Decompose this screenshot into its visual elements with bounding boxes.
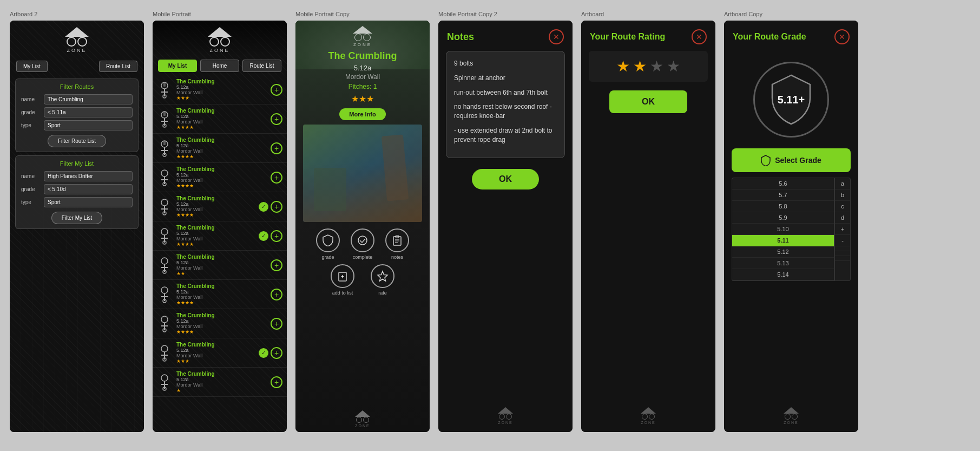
modifier-minus[interactable]: -	[835, 235, 850, 246]
route-info: The Crumbling 5.12a Mordor Wall ★★★★	[176, 225, 254, 247]
mp-zone-circles	[209, 37, 230, 47]
filter-mylist-type-row: type	[21, 197, 133, 207]
mobile-portrait-copy-label: Mobile Portrait Copy	[295, 11, 350, 17]
filter-routes-grade-row: grade	[21, 107, 133, 117]
modifier-d[interactable]: d	[835, 212, 850, 224]
mp-mylist-button[interactable]: My List	[158, 60, 197, 72]
add-route-button[interactable]: +	[271, 318, 282, 330]
mpc-complete-button[interactable]: complete	[351, 228, 374, 260]
add-route-button[interactable]: +	[271, 142, 282, 154]
route-name: The Crumbling	[176, 371, 266, 377]
add-route-button[interactable]: +	[271, 347, 282, 359]
filter-mylist-button[interactable]: Filter My List	[51, 212, 103, 224]
route-grade: 5.12a	[176, 143, 266, 148]
filter-routes-type-input[interactable]	[44, 120, 133, 130]
modifier-b[interactable]: b	[835, 189, 850, 201]
grade-item-510[interactable]: 5.10	[732, 224, 834, 235]
mpc-rate-label: rate	[378, 290, 387, 296]
bolt-icon	[157, 169, 172, 186]
mpc-route-name: The Crumbling	[328, 50, 397, 62]
add-route-button[interactable]: +	[271, 259, 282, 271]
list-item[interactable]: The Crumbling 5.12a Mordor Wall ★★★ +	[153, 75, 287, 104]
notes-line-5: - use extended draw at 2nd bolt topreven…	[454, 126, 557, 145]
grade-item-57[interactable]: 5.7	[732, 189, 834, 201]
route-name: The Crumbling	[176, 79, 266, 84]
list-item[interactable]: The Crumbling 5.12a Mordor Wall ★ +	[153, 368, 287, 397]
grade-shield-container: 5.11+	[724, 51, 858, 148]
list-item[interactable]: The Crumbling 5.12a Mordor Wall ★★★★ +	[153, 309, 287, 338]
zone-logo-text: ZONE	[67, 48, 87, 53]
grade-item-514[interactable]: 5.14	[732, 269, 834, 280]
list-item[interactable]: The Crumbling 5.12a Mordor Wall ★★★★ ✓ +	[153, 221, 287, 251]
rating-close-button[interactable]: ✕	[692, 29, 707, 44]
add-route-button[interactable]: +	[271, 289, 282, 300]
list-item[interactable]: The Crumbling 5.12a Mordor Wall ★★★ ✓ +	[153, 338, 287, 368]
mp-routelist-button[interactable]: Route List	[242, 60, 281, 72]
mpc-notes-button[interactable]: notes	[385, 228, 409, 260]
list-item[interactable]: The Crumbling 5.12a Mordor Wall ★★★★ +	[153, 104, 287, 134]
star-3-icon[interactable]: ★	[650, 57, 663, 75]
filter-routes-button[interactable]: Filter Route List	[48, 135, 106, 147]
list-item[interactable]: The Crumbling 5.12a Mordor Wall ★★★★ ✓ +	[153, 192, 287, 221]
mpc-addtolist-button[interactable]: add to list	[331, 264, 354, 296]
bolt-icon	[157, 81, 172, 99]
filter-mylist-type-input[interactable]	[44, 197, 133, 207]
notes-ok-button[interactable]: OK	[472, 169, 539, 189]
add-route-button[interactable]: +	[271, 113, 282, 125]
mp-home-button[interactable]: Home	[200, 60, 239, 72]
grade-item-513[interactable]: 5.13	[732, 258, 834, 269]
artboard-2-label: Artboard 2	[10, 11, 37, 17]
svg-point-15	[161, 170, 168, 177]
list-item[interactable]: The Crumbling 5.12a Mordor Wall ★★ +	[153, 251, 287, 280]
ab2-routelist-button[interactable]: Route List	[99, 61, 137, 72]
route-name: The Crumbling	[176, 283, 266, 289]
filter-mylist-name-input[interactable]	[44, 171, 133, 181]
modifier-c[interactable]: c	[835, 201, 850, 212]
add-route-button[interactable]: +	[271, 201, 282, 213]
route-actions: +	[271, 289, 282, 300]
grade-item-59[interactable]: 5.9	[732, 212, 834, 224]
star-1-icon[interactable]: ★	[616, 57, 630, 75]
filter-mylist-grade-input[interactable]	[44, 184, 133, 194]
list-item[interactable]: The Crumbling 5.12a Mordor Wall ★★★★ +	[153, 280, 287, 309]
add-route-button[interactable]: +	[271, 84, 282, 96]
list-item[interactable]: The Crumbling 5.12a Mordor Wall ★★★★ +	[153, 134, 287, 163]
star-4-icon[interactable]: ★	[667, 57, 680, 75]
route-grade: 5.12a	[176, 377, 266, 382]
svg-point-43	[161, 375, 168, 381]
rating-ok-button[interactable]: OK	[609, 90, 687, 113]
add-route-button[interactable]: +	[271, 376, 282, 388]
route-name: The Crumbling	[176, 254, 266, 260]
add-route-button[interactable]: +	[271, 230, 282, 242]
list-item[interactable]: The Crumbling 5.12a Mordor Wall ★★★★ +	[153, 163, 287, 192]
route-stars: ★★★★	[176, 154, 266, 159]
notes-close-button[interactable]: ✕	[549, 29, 564, 44]
notes-line-1: 9 bolts	[454, 59, 557, 68]
modifier-empty-1	[835, 246, 850, 251]
modifier-a[interactable]: a	[835, 178, 850, 189]
bolt-icon	[157, 374, 172, 391]
modifier-plus[interactable]: +	[835, 224, 850, 235]
grade-item-511[interactable]: 5.11	[732, 235, 834, 246]
star-2-icon[interactable]: ★	[633, 57, 647, 75]
bolt-icon	[157, 286, 172, 303]
ab2-mylist-button[interactable]: My List	[16, 61, 48, 72]
grade-close-button[interactable]: ✕	[834, 29, 850, 44]
filter-routes-grade-input[interactable]	[44, 107, 133, 117]
route-grade: 5.12a	[176, 318, 266, 324]
grade-item-56[interactable]: 5.6	[732, 178, 834, 189]
notes-label: Mobile Portrait Copy 2	[438, 11, 497, 17]
mpc-more-info-button[interactable]: More Info	[339, 108, 386, 120]
route-wall: Mordor Wall	[176, 382, 266, 388]
grade-item-58[interactable]: 5.8	[732, 201, 834, 212]
grade-item-512[interactable]: 5.12	[732, 246, 834, 258]
add-route-button[interactable]: +	[271, 172, 282, 184]
route-actions: +	[271, 84, 282, 96]
route-wall: Mordor Wall	[176, 90, 266, 95]
filter-routes-name-input[interactable]	[44, 94, 133, 104]
select-grade-button[interactable]: Select Grade	[732, 148, 851, 172]
mpc-grade-button[interactable]: grade	[316, 228, 340, 260]
mpc-complete-label: complete	[353, 254, 373, 260]
mpc-rate-button[interactable]: rate	[371, 264, 394, 296]
route-stars: ★★★★	[176, 212, 254, 218]
